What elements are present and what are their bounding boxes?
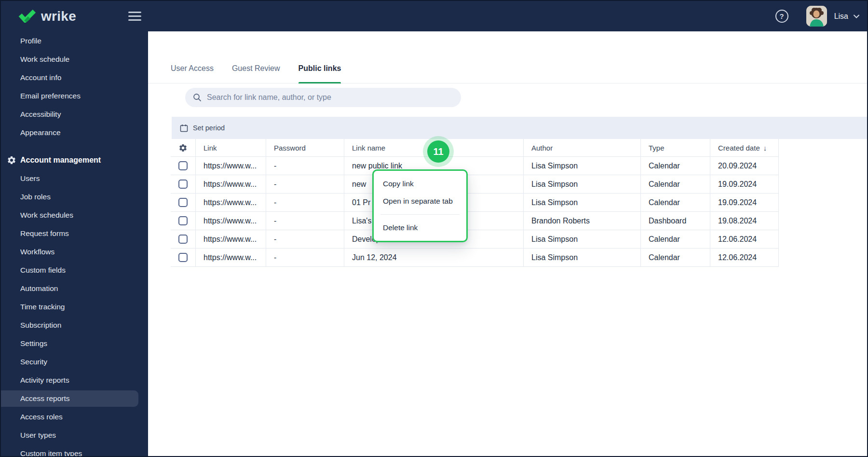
row-checkbox[interactable] bbox=[178, 216, 188, 225]
search-bar bbox=[185, 88, 461, 107]
sidebar-item-access-reports[interactable]: Access reports bbox=[1, 389, 148, 408]
cell-type: Dashboard bbox=[641, 212, 710, 230]
sidebar-item-security[interactable]: Security bbox=[1, 353, 148, 371]
public-links-table: Link Password Link name Author Type Crea… bbox=[171, 139, 779, 267]
column-settings-button[interactable] bbox=[171, 139, 196, 157]
menu-divider bbox=[380, 214, 460, 215]
cell-password: - bbox=[266, 212, 344, 230]
cell-link[interactable]: https://www.w... bbox=[196, 175, 266, 194]
brand-name: wrike bbox=[41, 9, 76, 24]
column-header-created-date[interactable]: Created date ↓ bbox=[710, 139, 779, 157]
tab-guest-review[interactable]: Guest Review bbox=[232, 64, 280, 83]
column-header-author[interactable]: Author bbox=[524, 139, 641, 157]
sidebar-item-user-types[interactable]: User types bbox=[1, 426, 148, 444]
cell-password: - bbox=[266, 249, 344, 267]
calendar-icon bbox=[180, 124, 188, 132]
sidebar-item-activity-reports[interactable]: Activity reports bbox=[1, 371, 148, 389]
wrike-logo-icon bbox=[18, 10, 36, 23]
set-period-button[interactable]: Set period bbox=[172, 117, 867, 139]
table-row-checkbox-cell bbox=[171, 175, 196, 194]
table-row-checkbox-cell bbox=[171, 249, 196, 267]
tabs-bar: User Access Guest Review Public links bbox=[148, 31, 867, 83]
cell-type: Calendar bbox=[641, 175, 710, 194]
row-checkbox[interactable] bbox=[178, 198, 188, 207]
sidebar-item-settings[interactable]: Settings bbox=[1, 334, 148, 353]
hamburger-menu-icon[interactable] bbox=[128, 12, 141, 21]
sidebar-item-users[interactable]: Users bbox=[1, 169, 148, 188]
sidebar-item-account-info[interactable]: Account info bbox=[1, 69, 148, 87]
column-header-type[interactable]: Type bbox=[641, 139, 710, 157]
row-checkbox[interactable] bbox=[178, 235, 188, 244]
main-content: User Access Guest Review Public links Se… bbox=[148, 31, 867, 456]
cell-created-date: 12.06.2024 bbox=[710, 230, 779, 249]
cell-created-date: 20.09.2024 bbox=[710, 157, 779, 175]
cell-author: Brandon Roberts bbox=[524, 212, 641, 230]
sidebar-item-time-tracking[interactable]: Time tracking bbox=[1, 298, 148, 316]
sidebar-item-custom-item-types[interactable]: Custom item types bbox=[1, 444, 148, 456]
sidebar-item-workflows[interactable]: Workflows bbox=[1, 243, 148, 261]
cell-link[interactable]: https://www.w... bbox=[196, 194, 266, 212]
table-row-checkbox-cell bbox=[171, 194, 196, 212]
table-row-checkbox-cell bbox=[171, 230, 196, 249]
sidebar-item-job-roles[interactable]: Job roles bbox=[1, 188, 148, 206]
cell-author: Lisa Simpson bbox=[524, 249, 641, 267]
sidebar-item-appearance[interactable]: Appearance bbox=[1, 124, 148, 142]
cell-link[interactable]: https://www.w... bbox=[196, 157, 266, 175]
topbar-right: ? Lisa bbox=[775, 1, 859, 31]
wrike-logo: wrike bbox=[18, 1, 76, 31]
sidebar-item-access-roles[interactable]: Access roles bbox=[1, 408, 148, 426]
sidebar-item-subscription[interactable]: Subscription bbox=[1, 316, 148, 334]
cell-author: Lisa Simpson bbox=[524, 157, 641, 175]
cell-link[interactable]: https://www.w... bbox=[196, 230, 266, 249]
avatar[interactable] bbox=[806, 6, 827, 27]
sidebar-item-work-schedule[interactable]: Work schedule bbox=[1, 50, 148, 69]
cell-type: Calendar bbox=[641, 230, 710, 249]
help-icon[interactable]: ? bbox=[775, 10, 788, 23]
gear-icon bbox=[178, 143, 188, 152]
cell-type: Calendar bbox=[641, 157, 710, 175]
chevron-down-icon[interactable] bbox=[854, 14, 859, 18]
sidebar-item-account-management[interactable]: Account management bbox=[1, 151, 148, 169]
sidebar: Profile Work schedule Account info Email… bbox=[1, 31, 148, 456]
sidebar-item-custom-fields[interactable]: Custom fields bbox=[1, 261, 148, 279]
sidebar-item-automation[interactable]: Automation bbox=[1, 279, 148, 298]
cell-created-date: 19.09.2024 bbox=[710, 175, 779, 194]
sidebar-item-email-preferences[interactable]: Email preferences bbox=[1, 87, 148, 105]
set-period-label: Set period bbox=[193, 124, 225, 132]
cell-author: Lisa Simpson bbox=[524, 175, 641, 194]
cell-created-date: 19.09.2024 bbox=[710, 194, 779, 212]
sidebar-item-request-forms[interactable]: Request forms bbox=[1, 224, 148, 243]
sidebar-item-accessibility[interactable]: Accessibility bbox=[1, 105, 148, 124]
cell-author: Lisa Simpson bbox=[524, 194, 641, 212]
cell-link[interactable]: https://www.w... bbox=[196, 249, 266, 267]
cell-password: - bbox=[266, 194, 344, 212]
column-header-password[interactable]: Password bbox=[266, 139, 344, 157]
cell-link[interactable]: https://www.w... bbox=[196, 212, 266, 230]
app-window: wrike ? Lisa Profile bbox=[0, 0, 868, 457]
sidebar-item-work-schedules[interactable]: Work schedules bbox=[1, 206, 148, 224]
table-row-checkbox-cell bbox=[171, 212, 196, 230]
sidebar-item-profile[interactable]: Profile bbox=[1, 32, 148, 50]
gear-icon bbox=[7, 155, 16, 165]
cell-created-date: 19.08.2024 bbox=[710, 212, 779, 230]
menu-item-delete-link[interactable]: Delete link bbox=[374, 219, 466, 236]
search-icon bbox=[193, 93, 202, 102]
top-bar: wrike ? Lisa bbox=[1, 1, 867, 31]
row-checkbox[interactable] bbox=[178, 253, 188, 262]
menu-item-copy-link[interactable]: Copy link bbox=[374, 175, 466, 193]
row-checkbox[interactable] bbox=[178, 180, 188, 189]
cell-link-name: Jun 12, 2024 bbox=[344, 249, 524, 267]
user-name[interactable]: Lisa bbox=[834, 12, 848, 21]
search-input[interactable] bbox=[207, 93, 453, 102]
menu-item-open-separate-tab[interactable]: Open in separate tab bbox=[374, 193, 466, 210]
cell-type: Calendar bbox=[641, 194, 710, 212]
cell-author: Lisa Simpson bbox=[524, 230, 641, 249]
row-checkbox[interactable] bbox=[178, 161, 188, 170]
cell-password: - bbox=[266, 230, 344, 249]
step-badge-halo: 11 bbox=[423, 136, 454, 167]
cell-password: - bbox=[266, 175, 344, 194]
column-header-link[interactable]: Link bbox=[196, 139, 266, 157]
tab-public-links[interactable]: Public links bbox=[298, 64, 341, 83]
step-badge: 11 bbox=[427, 140, 449, 163]
tab-user-access[interactable]: User Access bbox=[171, 64, 214, 83]
